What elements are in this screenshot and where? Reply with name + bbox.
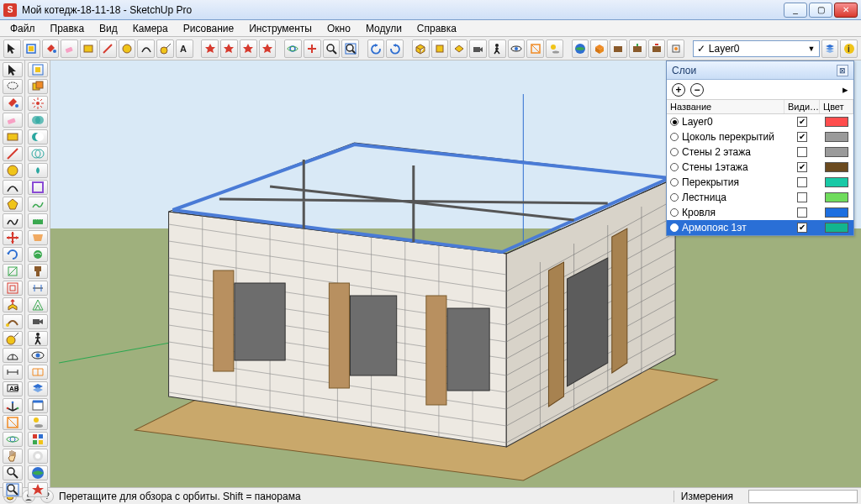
eraser-icon[interactable] [3, 113, 23, 128]
layers-flyout-icon[interactable]: ▸ [843, 83, 848, 96]
active-layer-dropdown[interactable]: ✓ Layer0 ▼ [693, 40, 820, 57]
axes-icon[interactable] [3, 398, 23, 413]
zoom-icon[interactable] [3, 465, 23, 480]
paint-bucket-icon[interactable] [42, 39, 60, 58]
walk-icon[interactable] [489, 39, 506, 58]
plugin-star-d-icon[interactable] [259, 39, 277, 58]
zoom-extents-icon[interactable] [3, 482, 23, 497]
layer-color-swatch[interactable] [825, 162, 848, 172]
line-icon[interactable] [3, 146, 23, 161]
move-icon[interactable] [3, 230, 23, 245]
position-camera-icon[interactable] [28, 314, 48, 329]
remove-layer-button[interactable]: − [690, 83, 704, 97]
layer-visible-checkbox[interactable]: ✔ [797, 162, 807, 172]
menu-draw[interactable]: Рисование [177, 21, 240, 36]
layer-visible-checkbox[interactable] [797, 192, 807, 202]
measurements-input[interactable] [748, 490, 858, 503]
text-icon[interactable]: ABC [3, 381, 23, 396]
zoom-icon[interactable] [323, 39, 341, 58]
tape-icon[interactable] [3, 331, 23, 346]
undo-icon[interactable] [367, 39, 385, 58]
extension-c-icon[interactable] [648, 39, 666, 58]
layers-col-visible[interactable]: Види… [784, 100, 820, 113]
sandbox-contours-icon[interactable] [28, 197, 48, 212]
look-around-icon[interactable] [508, 39, 526, 58]
sandbox-flip-icon[interactable] [28, 281, 48, 296]
close-button[interactable]: ✕ [834, 3, 858, 18]
sandbox-scratch-icon[interactable] [28, 213, 48, 228]
iso-view-icon[interactable] [412, 39, 430, 58]
followme-icon[interactable] [3, 314, 23, 329]
walk-icon[interactable] [28, 331, 48, 346]
make-component-icon[interactable] [28, 62, 48, 77]
orbit-icon[interactable] [3, 432, 23, 447]
layer-row[interactable]: Лестница [667, 190, 853, 205]
plugin-x-icon[interactable] [28, 482, 48, 497]
offset-icon[interactable] [3, 281, 23, 296]
layer-active-radio[interactable] [670, 208, 679, 217]
solid-trim-icon[interactable] [28, 146, 48, 161]
layer-visible-checkbox[interactable]: ✔ [797, 223, 807, 233]
extension-b-icon[interactable] [629, 39, 647, 58]
arc-icon[interactable] [3, 180, 23, 195]
solid-union-icon[interactable] [28, 113, 48, 128]
layer-manager-icon[interactable] [821, 39, 839, 58]
model-info-icon[interactable]: i [840, 39, 858, 58]
layer-active-radio[interactable] [670, 193, 679, 202]
layer-row[interactable]: Перекрытия [667, 175, 853, 190]
maximize-button[interactable]: ▢ [809, 3, 832, 18]
viewport-3d[interactable]: Слои ⊠ + − ▸ Название Види… Цвет Layer0 … [50, 60, 861, 487]
layer-color-swatch[interactable] [825, 223, 848, 233]
layer-color-swatch[interactable] [825, 147, 848, 157]
3dwarehouse-icon[interactable] [590, 39, 608, 58]
sandbox-smoove-icon[interactable] [28, 247, 48, 262]
polygon-icon[interactable] [3, 197, 23, 212]
redo-icon[interactable] [386, 39, 404, 58]
circle-icon[interactable] [3, 163, 23, 178]
layer-row[interactable]: Стены 2 этажа [667, 144, 853, 160]
layers-icon[interactable] [28, 381, 48, 396]
scenes-icon[interactable] [28, 398, 48, 413]
top-view-icon[interactable] [450, 39, 467, 58]
layer-visible-checkbox[interactable]: ✔ [797, 132, 807, 142]
layer-row[interactable]: Цоколь перекрытий ✔ [667, 129, 853, 144]
section-icon[interactable] [3, 415, 23, 430]
solid-subtract-icon[interactable] [28, 129, 48, 144]
layer-color-swatch[interactable] [825, 192, 848, 202]
solid-intersect-icon[interactable] [28, 163, 48, 178]
outer-shell-icon[interactable] [28, 180, 48, 195]
freehand-icon[interactable] [3, 213, 23, 228]
shadows-icon[interactable] [28, 415, 48, 430]
layer-row[interactable]: Layer0 ✔ [667, 114, 853, 129]
eraser-icon[interactable] [61, 39, 78, 58]
layer-color-swatch[interactable] [825, 207, 848, 218]
layer-row[interactable]: Стены 1этажа ✔ [667, 160, 853, 175]
orbit-icon[interactable] [284, 39, 302, 58]
menu-window[interactable]: Окно [320, 21, 357, 36]
section-plane-icon[interactable] [28, 365, 48, 380]
plugin-star-b-icon[interactable] [220, 39, 238, 58]
layer-visible-checkbox[interactable] [797, 147, 807, 157]
layer-color-swatch[interactable] [825, 177, 848, 187]
extension-a-icon[interactable] [610, 39, 627, 58]
plugin-star-icon[interactable] [201, 39, 219, 58]
layer-visible-checkbox[interactable] [797, 207, 807, 218]
dimension-icon[interactable] [3, 365, 23, 380]
layer-visible-checkbox[interactable] [797, 177, 807, 187]
add-detail-icon[interactable] [28, 297, 48, 312]
minimize-button[interactable]: _ [784, 3, 807, 18]
circle-tool-icon[interactable] [119, 39, 136, 58]
protractor-icon[interactable] [3, 348, 23, 363]
line-tool-icon[interactable] [99, 39, 117, 58]
layer-color-swatch[interactable] [825, 132, 848, 142]
camera-icon[interactable] [469, 39, 487, 58]
section-icon[interactable] [526, 39, 544, 58]
front-view-icon[interactable] [431, 39, 449, 58]
arc-tool-icon[interactable] [137, 39, 155, 58]
menu-tools[interactable]: Инструменты [242, 21, 319, 36]
sandbox-drape-icon[interactable] [28, 230, 48, 245]
rectangle-icon[interactable] [3, 129, 23, 144]
text-tool-icon[interactable]: A [176, 39, 193, 58]
group-icon[interactable] [28, 79, 48, 94]
layer-active-radio[interactable] [670, 223, 679, 232]
